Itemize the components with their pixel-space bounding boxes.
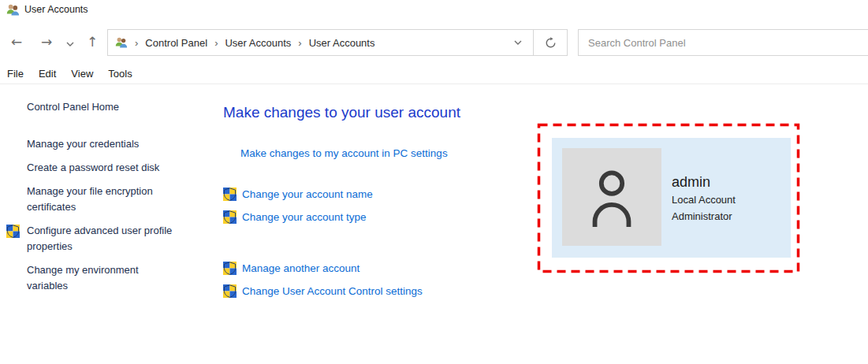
breadcrumb-item-control-panel[interactable]: Control Panel	[145, 37, 207, 49]
uac-shield-icon	[223, 262, 237, 275]
task-change-account-type[interactable]: Change your account type	[223, 206, 373, 228]
recent-pages-dropdown[interactable]	[63, 32, 77, 52]
uac-shield-icon	[223, 188, 237, 201]
breadcrumb-separator-icon: ›	[128, 37, 145, 49]
sidebar: Control Panel Home Manage your credentia…	[0, 84, 213, 302]
uac-shield-icon	[223, 210, 237, 224]
menu-edit[interactable]: Edit	[39, 68, 56, 80]
sidebar-item-environment-variables[interactable]: Change my environment variables	[27, 262, 178, 294]
task-group-account: Change your account name Change your acc…	[223, 183, 373, 228]
chevron-down-icon	[66, 42, 74, 46]
menu-file[interactable]: File	[7, 68, 24, 80]
up-button[interactable]: ↑	[82, 32, 102, 52]
users-icon	[6, 3, 20, 17]
search-input[interactable]	[578, 29, 868, 56]
sidebar-item-label: Configure advanced user profile properti…	[27, 225, 172, 252]
titlebar: User Accounts	[0, 0, 88, 19]
refresh-icon	[545, 37, 557, 49]
window-title: User Accounts	[24, 4, 88, 15]
uac-shield-icon	[6, 225, 20, 238]
breadcrumb-separator-icon: ›	[207, 37, 225, 49]
menu-tools[interactable]: Tools	[108, 68, 132, 80]
account-card: admin Local Account Administrator	[552, 138, 791, 258]
task-link-label: Change User Account Control settings	[242, 285, 423, 297]
back-button[interactable]: ←	[6, 32, 27, 52]
task-change-uac-settings[interactable]: Change User Account Control settings	[223, 280, 423, 303]
uac-shield-icon	[223, 284, 237, 298]
task-change-account-name[interactable]: Change your account name	[223, 183, 373, 206]
account-type: Local Account	[672, 191, 736, 208]
navigation-toolbar: ← → ↑ › Control Panel › User Accounts › …	[0, 20, 868, 63]
person-icon	[586, 165, 638, 228]
sidebar-item-control-panel-home[interactable]: Control Panel Home	[27, 100, 213, 113]
breadcrumb-separator-icon: ›	[291, 37, 308, 49]
chevron-down-icon[interactable]	[514, 40, 522, 45]
breadcrumb-item-user-accounts-2[interactable]: User Accounts	[309, 37, 375, 49]
task-link-label: Manage another account	[242, 262, 359, 274]
task-group-other: Manage another account Change User Accou…	[223, 257, 423, 303]
task-link-label: Change your account name	[242, 188, 373, 200]
breadcrumb-item-user-accounts[interactable]: User Accounts	[225, 37, 291, 49]
task-link-label: Change your account type	[242, 211, 367, 223]
account-role: Administrator	[672, 208, 736, 225]
breadcrumb[interactable]: › Control Panel › User Accounts › User A…	[107, 29, 534, 56]
forward-button[interactable]: →	[36, 32, 57, 52]
refresh-button[interactable]	[533, 29, 568, 56]
pc-settings-link[interactable]: Make changes to my account in PC setting…	[240, 147, 448, 159]
page-title: Make changes to your user account	[223, 104, 460, 121]
menu-view[interactable]: View	[71, 68, 93, 80]
sidebar-item-label: Manage your file encryption certificates	[27, 185, 153, 213]
sidebar-item-advanced-user-profile[interactable]: Configure advanced user profile properti…	[27, 223, 178, 254]
avatar	[562, 148, 661, 246]
sidebar-item-label: Change my environment variables	[27, 264, 139, 292]
sidebar-item-file-encryption-certificates[interactable]: Manage your file encryption certificates	[27, 184, 178, 215]
account-card-text: admin Local Account Administrator	[672, 173, 736, 225]
user-accounts-window: { "window": { "title": "User Accounts" }…	[0, 0, 868, 364]
task-manage-another-account[interactable]: Manage another account	[223, 257, 423, 280]
sidebar-item-manage-credentials[interactable]: Manage your credentials	[27, 136, 178, 152]
sidebar-item-password-reset-disk[interactable]: Create a password reset disk	[27, 160, 178, 176]
sidebar-item-label: Create a password reset disk	[27, 162, 159, 173]
account-name: admin	[672, 173, 736, 191]
users-icon	[115, 36, 128, 49]
sidebar-item-label: Manage your credentials	[27, 138, 139, 150]
menubar: File Edit View Tools	[0, 64, 868, 84]
